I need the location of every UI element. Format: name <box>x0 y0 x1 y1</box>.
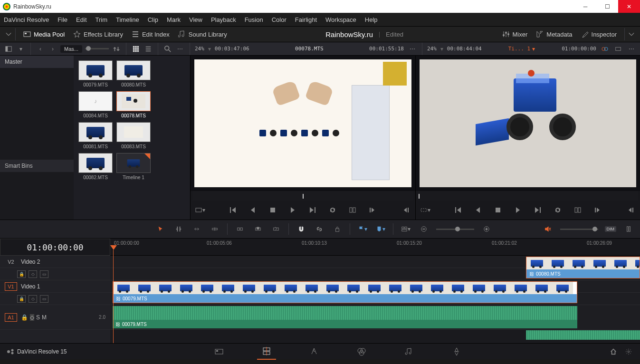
track-a1-header[interactable]: A1 🔒 ◇ S M 2.0 <box>0 305 110 330</box>
solo-button[interactable]: S <box>36 314 40 321</box>
menu-fairlight[interactable]: Fairlight <box>295 16 317 23</box>
source-clip-name[interactable]: 00078.MTS <box>295 46 324 52</box>
maximize-button[interactable]: ☐ <box>596 0 618 13</box>
edit-page-icon[interactable] <box>257 344 276 360</box>
replace-clip-icon[interactable] <box>270 224 282 234</box>
metadata-button[interactable]: Metadata <box>536 30 572 38</box>
audio-clip[interactable] <box>526 330 640 340</box>
stop-icon[interactable] <box>492 204 504 216</box>
playhead[interactable] <box>110 245 117 250</box>
menu-view[interactable]: View <box>189 16 202 23</box>
clip-item[interactable]: 00082.MTS <box>78 153 113 180</box>
media-pool-button[interactable]: Media Pool <box>23 30 65 38</box>
match-frame-icon[interactable] <box>572 204 583 216</box>
flag-icon[interactable]: ▾ <box>357 224 368 234</box>
minimize-button[interactable]: ─ <box>574 0 596 13</box>
clip-item[interactable]: Timeline 1 <box>116 153 151 180</box>
dim-button[interactable]: DIM <box>605 226 617 232</box>
loop-icon[interactable] <box>552 204 564 216</box>
link-icon[interactable] <box>314 224 325 234</box>
timeline-tracks[interactable]: 01:00:00:00 01:00:05:06 01:00:10:13 01:0… <box>110 239 640 343</box>
track-v1-sub[interactable]: ⛓00079.MTS <box>110 293 640 305</box>
menu-fusion[interactable]: Fusion <box>245 16 263 23</box>
list-view-icon[interactable] <box>143 44 153 54</box>
nav-forward-icon[interactable]: › <box>48 44 57 54</box>
next-edit-icon[interactable] <box>625 204 636 216</box>
disable-track-icon[interactable]: ▭ <box>40 295 48 303</box>
auto-select-icon[interactable]: ◇ <box>30 314 34 321</box>
menu-davinci[interactable]: DaVinci Resolve <box>4 16 49 23</box>
menu-help[interactable]: Help <box>365 16 378 23</box>
sort-icon[interactable] <box>112 44 121 54</box>
fairlight-page-icon[interactable] <box>400 344 419 360</box>
bin-dropdown[interactable]: Mas... <box>60 45 82 53</box>
deliver-page-icon[interactable] <box>447 344 466 360</box>
meters-icon[interactable] <box>623 224 634 234</box>
lock-track-icon[interactable]: 🔒 <box>21 314 28 321</box>
disable-track-icon[interactable]: ▭ <box>40 270 48 278</box>
timeline-zoom[interactable]: 24% <box>427 46 437 52</box>
mute-icon[interactable] <box>542 224 554 234</box>
auto-select-icon[interactable]: ◇ <box>29 270 37 278</box>
source-scrubber[interactable] <box>192 191 413 201</box>
volume-slider[interactable] <box>560 229 598 230</box>
play-reverse-icon[interactable] <box>247 204 258 216</box>
viewer-mode-icon[interactable]: ▾ <box>194 204 206 216</box>
source-options-icon[interactable]: ⋯ <box>408 44 417 54</box>
match-frame-icon[interactable] <box>347 204 358 216</box>
dynamic-trim-icon[interactable] <box>191 224 202 234</box>
clip-item[interactable]: 00079.MTS <box>78 60 113 87</box>
insert-clip-icon[interactable] <box>234 224 246 234</box>
menu-trim[interactable]: Trim <box>96 16 108 23</box>
play-icon[interactable] <box>512 204 524 216</box>
audio-clip[interactable]: ⛓00079.MTS <box>113 306 577 328</box>
menu-file[interactable]: File <box>57 16 67 23</box>
zoom-in-icon[interactable] <box>481 224 492 234</box>
bin-master[interactable]: Master <box>0 56 74 68</box>
panel-layout-icon[interactable] <box>4 44 13 54</box>
close-button[interactable]: ✕ <box>618 0 640 13</box>
chevron-down-icon[interactable]: ▾ <box>16 44 26 54</box>
play-icon[interactable] <box>287 204 298 216</box>
go-first-icon[interactable] <box>452 204 464 216</box>
track-v2-header[interactable]: V2 Video 2 <box>0 256 110 268</box>
video-clip[interactable]: ⛓00080.MTS <box>526 257 640 278</box>
options-icon[interactable]: ⋯ <box>175 44 185 54</box>
nav-back-icon[interactable]: ‹ <box>36 44 45 54</box>
video-clip[interactable]: ⛓00079.MTS <box>113 281 577 303</box>
next-edit-icon[interactable] <box>400 204 411 216</box>
timeline-canvas[interactable] <box>416 56 640 191</box>
overwrite-clip-icon[interactable] <box>252 224 264 234</box>
blade-tool-icon[interactable] <box>209 224 220 234</box>
track-v1-header[interactable]: V1 Video 1 <box>0 280 110 293</box>
source-zoom[interactable]: 24% <box>195 46 204 52</box>
menu-timeline[interactable]: Timeline <box>116 16 139 23</box>
menu-mark[interactable]: Mark <box>167 16 181 23</box>
timeline-view-options-icon[interactable]: ▾ <box>400 224 411 234</box>
home-icon[interactable] <box>609 347 618 356</box>
stop-icon[interactable] <box>267 204 278 216</box>
settings-icon[interactable] <box>624 347 633 356</box>
media-page-icon[interactable] <box>210 344 229 360</box>
zoom-out-icon[interactable] <box>418 224 430 234</box>
clip-item[interactable]: 00081.MTS <box>78 122 113 149</box>
viewer-mode-icon[interactable]: ▾ <box>420 204 431 216</box>
menu-workspace[interactable]: Workspace <box>325 16 356 23</box>
fusion-page-icon[interactable] <box>305 344 324 360</box>
timeline-scrubber[interactable] <box>418 191 639 201</box>
menu-color[interactable]: Color <box>272 16 287 23</box>
color-page-icon[interactable] <box>352 344 371 360</box>
inspector-button[interactable]: Inspector <box>581 30 617 38</box>
clip-item[interactable]: ♪00084.MTS <box>78 91 113 118</box>
trim-tool-icon[interactable] <box>173 224 184 234</box>
search-icon[interactable] <box>163 44 172 54</box>
master-timecode[interactable]: 01:00:00:00 <box>0 239 110 256</box>
effects-library-button[interactable]: Effects Library <box>73 30 123 38</box>
timeline-options-icon[interactable]: ⋯ <box>627 44 636 54</box>
clip-item-selected[interactable]: 00078.MTS <box>116 91 151 118</box>
edit-index-button[interactable]: Edit Index <box>132 30 170 38</box>
play-reverse-icon[interactable] <box>472 204 484 216</box>
menu-edit[interactable]: Edit <box>76 16 86 23</box>
clip-item[interactable]: 00083.MTS <box>116 122 151 149</box>
prev-edit-icon[interactable] <box>367 204 378 216</box>
